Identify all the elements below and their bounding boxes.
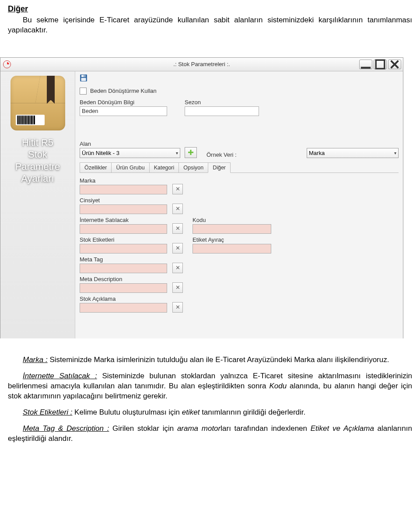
text-meta-2: ları tarafından indexlenen bbox=[220, 424, 311, 433]
clear-meta-tag-button[interactable]: ✕ bbox=[172, 263, 183, 273]
sezon-label: Sezon bbox=[185, 99, 259, 106]
add-button[interactable] bbox=[185, 147, 197, 158]
section-heading: Diğer bbox=[8, 4, 412, 14]
form-area: Beden Dönüştürme Kullan Beden Dönüşüm Bi… bbox=[75, 71, 403, 338]
stok-etiketleri-label: Stok Etiketleri bbox=[80, 236, 167, 243]
meta-desc-input[interactable] bbox=[80, 283, 167, 293]
barcode-icon bbox=[16, 115, 45, 125]
term-meta: Meta Tag & Description : bbox=[23, 424, 109, 433]
ornek-veri-select[interactable]: Marka ▾ bbox=[307, 148, 399, 158]
beden-donusturme-label: Beden Dönüştürme Kullan bbox=[90, 88, 157, 94]
ornek-veri-label: Örnek Veri : bbox=[206, 151, 237, 158]
close-button[interactable] bbox=[388, 60, 401, 69]
marka-label: Marka bbox=[80, 177, 167, 184]
cinsiyet-label: Cinsiyet bbox=[80, 197, 167, 204]
svg-rect-5 bbox=[81, 78, 86, 81]
minimize-button[interactable] bbox=[359, 60, 372, 69]
svg-rect-4 bbox=[84, 75, 85, 77]
panel-title: Hitit R5 Stok Parametre Ayarları bbox=[15, 137, 60, 185]
sidebar: Hitit R5 Stok Parametre Ayarları bbox=[0, 71, 75, 338]
paragraph-stoketiket: Stok Etiketleri : Kelime Bulutu oluşturu… bbox=[8, 408, 412, 418]
save-icon[interactable] bbox=[80, 74, 88, 82]
term-stoketiket: Stok Etiketleri : bbox=[23, 408, 72, 416]
kodu-label: Kodu bbox=[192, 217, 271, 223]
paragraph-internette: İnternette Satılacak : Sisteminizde bulu… bbox=[8, 371, 412, 401]
stok-aciklama-label: Stok Açıklama bbox=[80, 296, 167, 302]
stok-etiketleri-input[interactable] bbox=[80, 244, 167, 253]
clear-cinsiyet-button[interactable]: ✕ bbox=[172, 204, 183, 214]
meta-tag-label: Meta Tag bbox=[80, 256, 167, 263]
meta-desc-label: Meta Description bbox=[80, 276, 167, 282]
svg-rect-3 bbox=[81, 75, 85, 77]
internette-label: İnternette Satılacak bbox=[80, 217, 167, 223]
ital-kodu: Kodu bbox=[269, 382, 287, 390]
beden-donusum-input[interactable] bbox=[80, 106, 167, 116]
intro-paragraph: Bu sekme içerisinde E-Ticaret arayüzünde… bbox=[8, 15, 412, 35]
maximize-button[interactable] bbox=[374, 60, 387, 69]
clear-meta-desc-button[interactable]: ✕ bbox=[172, 282, 183, 293]
etiket-ayirac-label: Etiket Ayıraç bbox=[192, 236, 271, 243]
app-window: .: Stok Parametreleri :. Hitit R5 Stok P… bbox=[0, 57, 403, 338]
sezon-input[interactable] bbox=[185, 106, 259, 116]
ital-etiket-aciklama: Etiket ve Açıklama bbox=[311, 424, 374, 433]
clear-stok-etiketleri-button[interactable]: ✕ bbox=[172, 243, 183, 253]
cinsiyet-input[interactable] bbox=[80, 204, 167, 214]
clear-stok-aciklama-button[interactable]: ✕ bbox=[172, 302, 183, 313]
window-title: .: Stok Parametreleri :. bbox=[0, 61, 403, 67]
svg-rect-7 bbox=[188, 152, 193, 153]
paragraph-meta: Meta Tag & Description : Girilen stoklar… bbox=[8, 424, 412, 444]
beden-donusturme-checkbox[interactable] bbox=[80, 88, 87, 95]
ornek-veri-value: Marka bbox=[309, 150, 325, 156]
alan-label: Alan bbox=[80, 141, 180, 147]
alan-select[interactable]: Ürün Nitelik - 3 ▾ bbox=[80, 148, 180, 158]
clear-internette-button[interactable]: ✕ bbox=[172, 223, 183, 234]
chevron-down-icon: ▾ bbox=[394, 151, 396, 155]
tab-ozellikler[interactable]: Özellikler bbox=[80, 162, 112, 172]
text-stoketiket-1: Kelime Bulutu oluşturulması için bbox=[72, 408, 182, 416]
internette-input[interactable] bbox=[80, 224, 167, 234]
tab-urun-grubu[interactable]: Ürün Grubu bbox=[111, 162, 149, 172]
text-stoketiket-2: tanımlarının girildiği değerlerdir. bbox=[200, 408, 305, 416]
tab-bar: Özellikler Ürün Grubu Kategori Opsiyon D… bbox=[80, 162, 399, 172]
chevron-down-icon: ▾ bbox=[176, 151, 178, 155]
kodu-input[interactable] bbox=[192, 224, 271, 234]
tab-diger[interactable]: Diğer bbox=[208, 162, 231, 173]
meta-tag-input[interactable] bbox=[80, 264, 167, 273]
svg-rect-0 bbox=[361, 67, 371, 68]
term-marka: Marka : bbox=[23, 356, 48, 364]
clear-marka-button[interactable]: ✕ bbox=[172, 184, 183, 194]
paragraph-marka: Marka : Sisteminizde Marka isimlerinizin… bbox=[8, 355, 412, 365]
text-meta-1: Girilen stoklar için bbox=[109, 424, 177, 433]
etiket-ayirac-input[interactable] bbox=[192, 244, 271, 253]
ital-etiket: etiket bbox=[182, 408, 200, 416]
term-internette: İnternette Satılacak : bbox=[23, 372, 97, 380]
text-marka: Sisteminizde Marka isimlerinizin tutuldu… bbox=[48, 356, 389, 364]
ital-arama: arama motor bbox=[177, 424, 220, 433]
tab-panel-diger: Marka ✕ Cinsiyet ✕ İnternette Satılacak bbox=[80, 172, 399, 313]
marka-input[interactable] bbox=[80, 185, 167, 194]
tab-kategori[interactable]: Kategori bbox=[149, 162, 179, 172]
titlebar: .: Stok Parametreleri :. bbox=[0, 58, 403, 71]
stok-aciklama-input[interactable] bbox=[80, 303, 167, 313]
beden-donusum-label: Beden Dönüşüm Bilgi bbox=[80, 99, 167, 106]
tab-opsiyon[interactable]: Opsiyon bbox=[178, 162, 208, 172]
product-box-icon bbox=[10, 76, 65, 130]
alan-select-value: Ürün Nitelik - 3 bbox=[82, 150, 119, 156]
svg-rect-1 bbox=[376, 60, 385, 69]
